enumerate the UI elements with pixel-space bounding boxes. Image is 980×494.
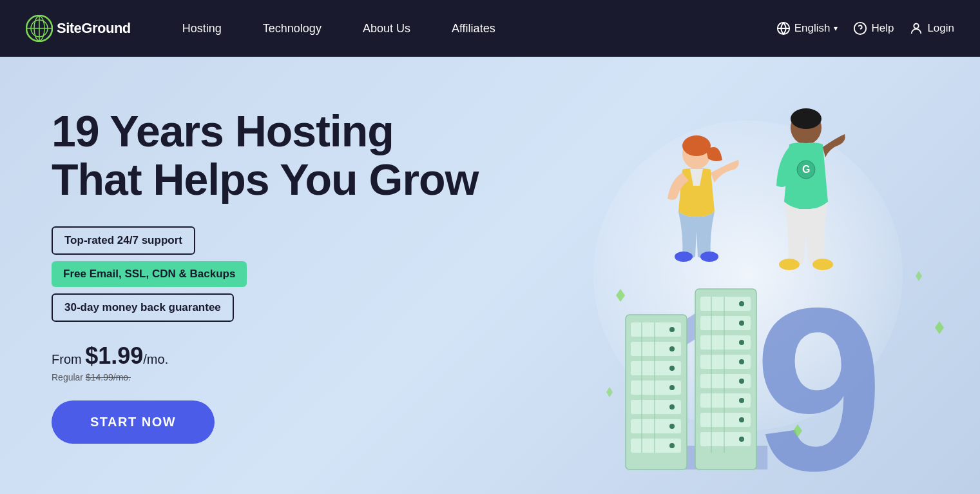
logo-icon xyxy=(26,15,53,42)
hero-title: 19 Years Hosting That Helps You Grow xyxy=(52,107,478,204)
login-button[interactable]: Login xyxy=(909,21,954,35)
price-amount: $1.99 xyxy=(85,342,143,369)
hero-title-line2: That Helps You Grow xyxy=(52,155,478,204)
svg-point-49 xyxy=(700,252,718,262)
svg-marker-60 xyxy=(606,387,613,397)
svg-point-37 xyxy=(739,321,744,326)
language-label: English xyxy=(794,22,831,35)
feature-badges: Top-rated 24/7 support Free Email, SSL, … xyxy=(52,226,478,322)
help-label: Help xyxy=(871,22,894,35)
badge-free-features: Free Email, SSL, CDN & Backups xyxy=(52,261,247,287)
svg-point-40 xyxy=(739,379,744,384)
svg-point-42 xyxy=(739,417,744,422)
price-regular-value: $14.99/mo. xyxy=(86,372,131,382)
price-display: From $1.99/mo. xyxy=(52,342,478,370)
svg-point-47 xyxy=(682,135,711,156)
translate-icon xyxy=(776,21,791,35)
svg-marker-59 xyxy=(916,271,922,281)
price-from-label: From xyxy=(52,352,85,366)
svg-point-21 xyxy=(669,385,675,390)
svg-point-7 xyxy=(914,24,919,28)
svg-point-39 xyxy=(739,359,744,364)
hero-section: 19 Years Hosting That Helps You Grow Top… xyxy=(0,57,980,494)
hero-content: 19 Years Hosting That Helps You Grow Top… xyxy=(52,107,478,444)
svg-point-22 xyxy=(669,404,675,410)
nav-link-about[interactable]: About Us xyxy=(342,0,431,57)
svg-point-24 xyxy=(669,443,675,448)
svg-point-20 xyxy=(669,366,675,371)
price-section: From $1.99/mo. Regular $14.99/mo. xyxy=(52,342,478,382)
hero-illustration: 1 9 xyxy=(516,70,954,494)
price-regular: Regular $14.99/mo. xyxy=(52,372,478,382)
login-icon xyxy=(909,21,923,35)
logo-text: SiteGround xyxy=(57,20,131,37)
login-label: Login xyxy=(927,22,954,35)
svg-point-41 xyxy=(739,398,744,403)
badge-support: Top-rated 24/7 support xyxy=(52,226,195,255)
svg-point-55 xyxy=(812,259,833,270)
nav-link-hosting[interactable]: Hosting xyxy=(162,0,242,57)
svg-marker-58 xyxy=(935,321,944,334)
language-selector[interactable]: English xyxy=(776,21,838,35)
svg-point-18 xyxy=(669,327,675,332)
nav-link-technology[interactable]: Technology xyxy=(242,0,342,57)
badge-guarantee: 30-day money back guarantee xyxy=(52,293,234,322)
price-regular-label: Regular xyxy=(52,372,86,382)
help-icon xyxy=(853,21,867,35)
navbar: SiteGround Hosting Technology About Us A… xyxy=(0,0,980,57)
hero-title-line1: 19 Years Hosting xyxy=(52,106,394,155)
svg-point-54 xyxy=(779,259,800,270)
svg-point-48 xyxy=(675,252,693,262)
svg-point-19 xyxy=(669,346,675,351)
svg-point-43 xyxy=(739,437,744,442)
svg-marker-56 xyxy=(616,289,625,302)
price-per-label: /mo. xyxy=(143,352,168,366)
svg-point-23 xyxy=(669,424,675,429)
logo[interactable]: SiteGround xyxy=(26,15,131,42)
svg-point-38 xyxy=(739,340,744,345)
nav-right: English Help Login xyxy=(776,21,954,35)
svg-text:G: G xyxy=(802,164,810,175)
svg-text:9: 9 xyxy=(754,259,883,494)
help-button[interactable]: Help xyxy=(853,21,894,35)
nav-link-affiliates[interactable]: Affiliates xyxy=(431,0,516,57)
svg-point-36 xyxy=(739,301,744,306)
start-now-button[interactable]: START NOW xyxy=(52,400,215,444)
svg-point-51 xyxy=(791,108,821,129)
nav-links: Hosting Technology About Us Affiliates xyxy=(162,0,776,57)
